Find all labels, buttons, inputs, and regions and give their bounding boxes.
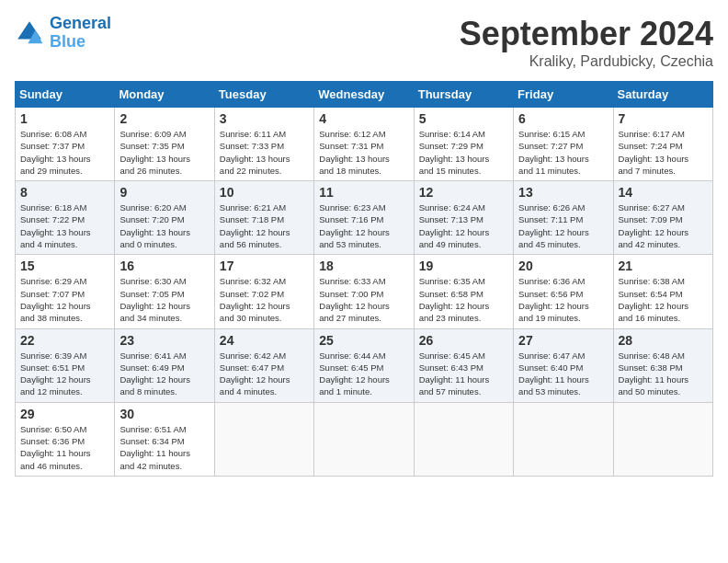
day-number: 28 — [619, 333, 708, 348]
day-number: 25 — [319, 333, 408, 348]
day-number: 1 — [20, 111, 109, 126]
day-detail: Sunrise: 6:45 AM Sunset: 6:43 PM Dayligh… — [419, 350, 508, 398]
calendar-cell: 12Sunrise: 6:24 AM Sunset: 7:13 PM Dayli… — [414, 181, 513, 255]
calendar-header-row: SundayMondayTuesdayWednesdayThursdayFrid… — [16, 82, 713, 108]
calendar-cell: 20Sunrise: 6:36 AM Sunset: 6:56 PM Dayli… — [514, 255, 613, 328]
calendar-week-2: 8Sunrise: 6:18 AM Sunset: 7:22 PM Daylig… — [16, 181, 713, 255]
day-number: 12 — [419, 185, 508, 200]
calendar-body: 1Sunrise: 6:08 AM Sunset: 7:37 PM Daylig… — [16, 108, 713, 477]
day-detail: Sunrise: 6:51 AM Sunset: 6:34 PM Dayligh… — [119, 423, 209, 472]
calendar-cell: 1Sunrise: 6:08 AM Sunset: 7:37 PM Daylig… — [16, 108, 115, 181]
logo-text: General Blue — [50, 15, 111, 52]
calendar-cell: 18Sunrise: 6:33 AM Sunset: 7:00 PM Dayli… — [314, 255, 414, 328]
day-number: 15 — [20, 259, 109, 273]
day-detail: Sunrise: 6:08 AM Sunset: 7:37 PM Dayligh… — [20, 128, 109, 177]
day-detail: Sunrise: 6:44 AM Sunset: 6:45 PM Dayligh… — [319, 350, 408, 398]
day-number: 6 — [518, 111, 608, 126]
day-detail: Sunrise: 6:42 AM Sunset: 6:47 PM Dayligh… — [220, 350, 309, 398]
day-detail: Sunrise: 6:50 AM Sunset: 6:36 PM Dayligh… — [20, 423, 109, 472]
calendar-cell: 3Sunrise: 6:11 AM Sunset: 7:33 PM Daylig… — [214, 108, 313, 181]
column-header-wednesday: Wednesday — [314, 82, 414, 108]
day-detail: Sunrise: 6:33 AM Sunset: 7:00 PM Dayligh… — [319, 275, 408, 324]
calendar-cell: 15Sunrise: 6:29 AM Sunset: 7:07 PM Dayli… — [16, 255, 115, 328]
day-detail: Sunrise: 6:38 AM Sunset: 6:54 PM Dayligh… — [619, 275, 708, 324]
day-detail: Sunrise: 6:18 AM Sunset: 7:22 PM Dayligh… — [20, 201, 109, 250]
day-detail: Sunrise: 6:11 AM Sunset: 7:33 PM Dayligh… — [220, 128, 309, 177]
day-number: 21 — [619, 259, 708, 273]
day-detail: Sunrise: 6:17 AM Sunset: 7:24 PM Dayligh… — [619, 128, 708, 177]
calendar-cell: 16Sunrise: 6:30 AM Sunset: 7:05 PM Dayli… — [115, 255, 214, 328]
calendar-cell: 17Sunrise: 6:32 AM Sunset: 7:02 PM Dayli… — [214, 255, 313, 328]
day-number: 22 — [20, 333, 109, 348]
day-detail: Sunrise: 6:09 AM Sunset: 7:35 PM Dayligh… — [119, 128, 209, 177]
calendar-cell: 7Sunrise: 6:17 AM Sunset: 7:24 PM Daylig… — [613, 108, 712, 181]
calendar-cell: 13Sunrise: 6:26 AM Sunset: 7:11 PM Dayli… — [514, 181, 613, 255]
calendar-cell: 30Sunrise: 6:51 AM Sunset: 6:34 PM Dayli… — [115, 402, 214, 476]
day-number: 16 — [119, 259, 209, 273]
day-detail: Sunrise: 6:26 AM Sunset: 7:11 PM Dayligh… — [518, 201, 608, 250]
column-header-saturday: Saturday — [613, 82, 712, 108]
day-detail: Sunrise: 6:21 AM Sunset: 7:18 PM Dayligh… — [220, 201, 309, 250]
column-header-monday: Monday — [115, 82, 214, 108]
day-number: 20 — [518, 259, 608, 273]
day-detail: Sunrise: 6:14 AM Sunset: 7:29 PM Dayligh… — [419, 128, 508, 177]
calendar-cell: 29Sunrise: 6:50 AM Sunset: 6:36 PM Dayli… — [16, 402, 115, 476]
day-detail: Sunrise: 6:32 AM Sunset: 7:02 PM Dayligh… — [220, 275, 309, 324]
calendar-cell: 6Sunrise: 6:15 AM Sunset: 7:27 PM Daylig… — [514, 108, 613, 181]
day-number: 7 — [619, 111, 708, 126]
day-number: 8 — [20, 185, 109, 200]
day-number: 24 — [220, 333, 309, 348]
calendar-week-1: 1Sunrise: 6:08 AM Sunset: 7:37 PM Daylig… — [16, 108, 713, 181]
calendar-week-3: 15Sunrise: 6:29 AM Sunset: 7:07 PM Dayli… — [16, 255, 713, 328]
day-detail: Sunrise: 6:27 AM Sunset: 7:09 PM Dayligh… — [619, 201, 708, 250]
day-number: 10 — [220, 185, 309, 200]
day-detail: Sunrise: 6:30 AM Sunset: 7:05 PM Dayligh… — [119, 275, 209, 324]
day-detail: Sunrise: 6:48 AM Sunset: 6:38 PM Dayligh… — [619, 350, 708, 398]
day-detail: Sunrise: 6:20 AM Sunset: 7:20 PM Dayligh… — [119, 201, 209, 250]
calendar-cell — [414, 402, 513, 476]
calendar-cell — [514, 402, 613, 476]
calendar-cell: 25Sunrise: 6:44 AM Sunset: 6:45 PM Dayli… — [314, 328, 414, 402]
calendar-week-5: 29Sunrise: 6:50 AM Sunset: 6:36 PM Dayli… — [16, 402, 713, 476]
logo-icon — [15, 18, 44, 48]
calendar-cell: 26Sunrise: 6:45 AM Sunset: 6:43 PM Dayli… — [414, 328, 513, 402]
day-detail: Sunrise: 6:15 AM Sunset: 7:27 PM Dayligh… — [518, 128, 608, 177]
day-detail: Sunrise: 6:47 AM Sunset: 6:40 PM Dayligh… — [518, 350, 608, 398]
day-number: 2 — [119, 111, 209, 126]
day-number: 17 — [220, 259, 309, 273]
calendar-cell: 28Sunrise: 6:48 AM Sunset: 6:38 PM Dayli… — [613, 328, 712, 402]
column-header-tuesday: Tuesday — [214, 82, 313, 108]
day-number: 27 — [518, 333, 608, 348]
calendar-cell: 27Sunrise: 6:47 AM Sunset: 6:40 PM Dayli… — [514, 328, 613, 402]
calendar-cell: 14Sunrise: 6:27 AM Sunset: 7:09 PM Dayli… — [613, 181, 712, 255]
day-number: 14 — [619, 185, 708, 200]
logo-line2: Blue — [50, 32, 85, 51]
calendar-cell — [214, 402, 313, 476]
calendar-cell: 10Sunrise: 6:21 AM Sunset: 7:18 PM Dayli… — [214, 181, 313, 255]
day-detail: Sunrise: 6:23 AM Sunset: 7:16 PM Dayligh… — [319, 201, 408, 250]
day-number: 3 — [220, 111, 309, 126]
title-block: September 2024 Kraliky, Pardubicky, Czec… — [460, 15, 713, 70]
calendar-cell: 21Sunrise: 6:38 AM Sunset: 6:54 PM Dayli… — [613, 255, 712, 328]
day-detail: Sunrise: 6:39 AM Sunset: 6:51 PM Dayligh… — [20, 350, 109, 398]
calendar-cell: 5Sunrise: 6:14 AM Sunset: 7:29 PM Daylig… — [414, 108, 513, 181]
day-number: 13 — [518, 185, 608, 200]
day-detail: Sunrise: 6:24 AM Sunset: 7:13 PM Dayligh… — [419, 201, 508, 250]
day-number: 29 — [20, 407, 109, 421]
calendar-week-4: 22Sunrise: 6:39 AM Sunset: 6:51 PM Dayli… — [16, 328, 713, 402]
column-header-friday: Friday — [514, 82, 613, 108]
calendar-cell: 9Sunrise: 6:20 AM Sunset: 7:20 PM Daylig… — [115, 181, 214, 255]
day-detail: Sunrise: 6:12 AM Sunset: 7:31 PM Dayligh… — [319, 128, 408, 177]
day-number: 18 — [319, 259, 408, 273]
calendar-cell: 19Sunrise: 6:35 AM Sunset: 6:58 PM Dayli… — [414, 255, 513, 328]
calendar-cell: 11Sunrise: 6:23 AM Sunset: 7:16 PM Dayli… — [314, 181, 414, 255]
calendar-cell: 22Sunrise: 6:39 AM Sunset: 6:51 PM Dayli… — [16, 328, 115, 402]
day-detail: Sunrise: 6:41 AM Sunset: 6:49 PM Dayligh… — [119, 350, 209, 398]
day-detail: Sunrise: 6:36 AM Sunset: 6:56 PM Dayligh… — [518, 275, 608, 324]
day-number: 19 — [419, 259, 508, 273]
calendar-table: SundayMondayTuesdayWednesdayThursdayFrid… — [15, 81, 713, 477]
column-header-sunday: Sunday — [16, 82, 115, 108]
day-detail: Sunrise: 6:29 AM Sunset: 7:07 PM Dayligh… — [20, 275, 109, 324]
day-number: 26 — [419, 333, 508, 348]
logo-line1: General — [50, 14, 111, 32]
